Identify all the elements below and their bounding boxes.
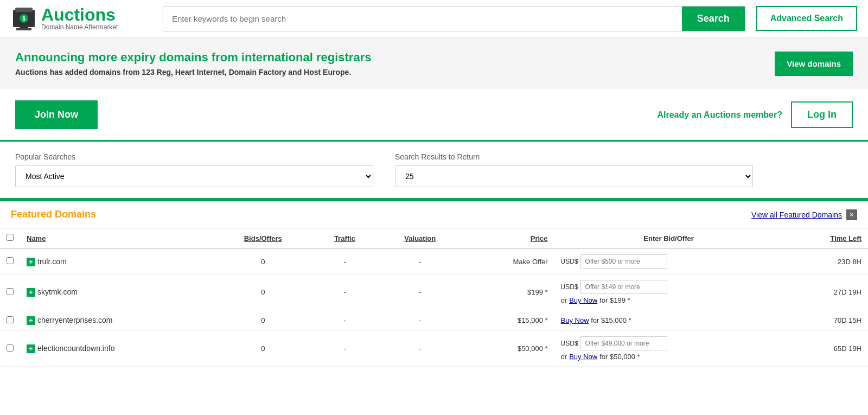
- search-input[interactable]: [163, 7, 682, 31]
- bid-input[interactable]: [580, 336, 667, 350]
- join-section: Join Now Already an Auctions member? Log…: [0, 90, 868, 140]
- table-row: +cherryenterprises.com0--$15,000 *Buy No…: [0, 310, 868, 331]
- bid-offer-cell: Buy Now for $15,000 *: [554, 310, 783, 331]
- row-checkbox[interactable]: [7, 288, 14, 295]
- svg-rect-2: [15, 8, 33, 12]
- select-all-checkbox[interactable]: [7, 234, 14, 241]
- join-now-button[interactable]: Join Now: [15, 100, 98, 129]
- svg-text:$: $: [22, 16, 25, 22]
- bid-input[interactable]: [580, 254, 667, 269]
- view-all-featured-link[interactable]: View all Featured Domains: [751, 210, 842, 219]
- row-checkbox-cell: [0, 274, 20, 310]
- bid-input[interactable]: [580, 280, 667, 294]
- bids-cell: 0: [214, 274, 312, 310]
- bid-offer-cell: USD$: [554, 248, 783, 274]
- price-cell: $50,000 *: [463, 331, 554, 367]
- bids-cell: 0: [214, 331, 312, 367]
- col-traffic: Traffic: [312, 228, 378, 248]
- featured-domains-table: Name Bids/Offers Traffic Valuation Price…: [0, 228, 868, 367]
- col-name: Name: [20, 228, 214, 248]
- buy-now-suffix: for $50,000 *: [599, 353, 640, 361]
- bids-cell: 0: [214, 310, 312, 331]
- domain-name[interactable]: trulr.com: [37, 257, 67, 266]
- domain-name[interactable]: skytmk.com: [37, 288, 78, 296]
- domain-name[interactable]: electioncountdown.info: [37, 344, 114, 353]
- bid-offer-cell: USD$or Buy Now for $199 *: [554, 274, 783, 310]
- col-time-left: Time Left: [783, 228, 868, 248]
- row-checkbox[interactable]: [7, 316, 14, 323]
- banner-subtext: Auctions has added domains from 123 Reg,…: [15, 68, 371, 76]
- domain-name-cell: +cherryenterprises.com: [20, 310, 214, 331]
- search-options-section: Popular Searches Most Active Highest Tra…: [0, 140, 868, 200]
- view-domains-button[interactable]: View domains: [775, 52, 853, 76]
- time-left-cell: 70D 15H: [783, 310, 868, 331]
- time-left-cell: 23D 8H: [783, 248, 868, 274]
- col-valuation: Valuation: [378, 228, 463, 248]
- bid-offer-cell: USD$or Buy Now for $50,000 *: [554, 331, 783, 367]
- table-row: +electioncountdown.info0--$50,000 *USD$o…: [0, 331, 868, 367]
- expand-icon[interactable]: +: [27, 288, 35, 297]
- col-check: [0, 228, 20, 248]
- domain-name-cell: +electioncountdown.info: [20, 331, 214, 367]
- bids-cell: 0: [214, 248, 312, 274]
- buy-now-prefix: or: [561, 353, 567, 361]
- already-member-text: Already an Auctions member?: [657, 110, 782, 120]
- featured-header-right: View all Featured Domains ✕: [751, 209, 857, 220]
- close-featured-button[interactable]: ✕: [846, 209, 857, 220]
- banner-text: Announcing more expiry domains from inte…: [15, 50, 371, 76]
- expand-icon[interactable]: +: [27, 258, 35, 266]
- site-header: $ Auctions Domain Name Aftermarket Searc…: [0, 0, 868, 37]
- popular-searches-select[interactable]: Most Active Highest Traffic Ending Soon …: [15, 165, 373, 187]
- traffic-cell: -: [312, 331, 378, 367]
- row-checkbox-cell: [0, 248, 20, 274]
- domain-name-cell: +trulr.com: [20, 248, 214, 274]
- col-bids: Bids/Offers: [214, 228, 312, 248]
- valuation-cell: -: [378, 274, 463, 310]
- buy-now-link[interactable]: Buy Now: [569, 353, 597, 361]
- popular-searches-group: Popular Searches Most Active Highest Tra…: [15, 152, 373, 187]
- logo-icon: $: [11, 5, 37, 31]
- traffic-cell: -: [312, 310, 378, 331]
- featured-domains-section: Featured Domains View all Featured Domai…: [0, 200, 868, 367]
- expand-icon[interactable]: +: [27, 316, 35, 325]
- row-checkbox-cell: [0, 331, 20, 367]
- featured-title: Featured Domains: [11, 209, 96, 220]
- featured-header: Featured Domains View all Featured Domai…: [0, 201, 868, 228]
- buy-now-prefix: or: [561, 296, 567, 304]
- domain-name[interactable]: cherryenterprises.com: [37, 316, 113, 324]
- buy-now-link[interactable]: Buy Now: [561, 316, 589, 324]
- buy-now-suffix: for $199 *: [599, 296, 630, 304]
- buy-now-link[interactable]: Buy Now: [569, 296, 597, 304]
- logo-title: Auctions: [41, 6, 118, 23]
- login-button[interactable]: Log In: [791, 101, 853, 128]
- announcement-banner: Announcing more expiry domains from inte…: [0, 37, 868, 90]
- usd-label: USD$: [561, 283, 578, 291]
- valuation-cell: -: [378, 310, 463, 331]
- logo-subtitle: Domain Name Aftermarket: [41, 23, 118, 31]
- price-cell: $199 *: [463, 274, 554, 310]
- col-enter-bid: Enter Bid/Offer: [554, 228, 783, 248]
- row-checkbox[interactable]: [7, 344, 14, 352]
- buy-now-row: or Buy Now for $50,000 *: [561, 353, 777, 361]
- results-return-label: Search Results to Return: [395, 152, 753, 161]
- price-cell: $15,000 *: [463, 310, 554, 331]
- table-row: +skytmk.com0--$199 *USD$or Buy Now for $…: [0, 274, 868, 310]
- table-row: +trulr.com0--Make OfferUSD$23D 8H: [0, 248, 868, 274]
- search-bar: Search: [163, 6, 745, 31]
- row-checkbox[interactable]: [7, 257, 14, 264]
- svg-rect-4: [16, 28, 31, 30]
- banner-headline: Announcing more expiry domains from inte…: [15, 50, 371, 65]
- usd-label: USD$: [561, 340, 578, 347]
- results-return-select[interactable]: 10 25 50 100: [395, 165, 753, 187]
- advanced-search-button[interactable]: Advanced Search: [756, 6, 857, 31]
- price-cell: Make Offer: [463, 248, 554, 274]
- time-left-cell: 65D 19H: [783, 331, 868, 367]
- logo[interactable]: $ Auctions Domain Name Aftermarket: [11, 5, 152, 31]
- expand-icon[interactable]: +: [27, 344, 35, 353]
- time-left-cell: 27D 19H: [783, 274, 868, 310]
- traffic-cell: -: [312, 274, 378, 310]
- buy-now-suffix: for $15,000 *: [589, 316, 631, 324]
- row-checkbox-cell: [0, 310, 20, 331]
- col-price: Price: [463, 228, 554, 248]
- search-button[interactable]: Search: [682, 7, 745, 31]
